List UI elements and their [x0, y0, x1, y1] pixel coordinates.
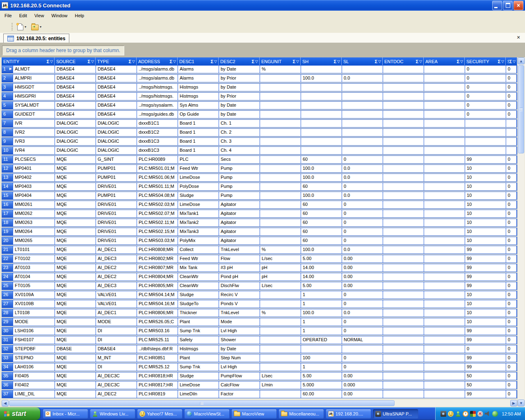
cell-sh[interactable]: 100.0: [301, 174, 342, 181]
cell-entity[interactable]: FT0102: [13, 255, 55, 262]
cell-desc2[interactable]: Pump: [219, 183, 260, 190]
cell-sh[interactable]: 60: [301, 237, 342, 244]
cell-source[interactable]: MQE: [55, 291, 96, 299]
cell-type[interactable]: DI: [96, 327, 137, 335]
start-button[interactable]: start: [0, 407, 40, 420]
cell-engunit[interactable]: [260, 120, 301, 127]
cell-security[interactable]: 10: [465, 201, 506, 208]
column-header-entdoc[interactable]: ENTDOCΣ▽: [383, 57, 424, 65]
cell-source[interactable]: DBASE4: [55, 93, 96, 100]
cell-source[interactable]: MQE: [55, 282, 96, 290]
cell-sh[interactable]: 60: [301, 228, 342, 235]
cell-security[interactable]: 0: [465, 93, 506, 100]
cell-address[interactable]: PLC:MR504.16;M: [137, 300, 178, 308]
row-number-cell[interactable]: 25: [2, 282, 13, 290]
cell-sh[interactable]: [301, 138, 342, 145]
cell-scan[interactable]: 0: [506, 75, 517, 82]
cell-scan[interactable]: 0: [506, 102, 517, 109]
cell-type[interactable]: AI_DEC3: [96, 282, 137, 290]
cell-entity[interactable]: LSH0106: [13, 327, 55, 335]
cell-engunit[interactable]: [260, 75, 301, 82]
cell-sl[interactable]: 0.00: [342, 264, 383, 272]
cell-engunit[interactable]: [260, 390, 301, 398]
cell-desc2[interactable]: Secs: [219, 156, 260, 163]
cell-scan[interactable]: [506, 138, 517, 145]
vertical-scroll-thumb[interactable]: [518, 65, 524, 153]
cell-desc2[interactable]: Lvl High: [219, 363, 260, 371]
cell-engunit[interactable]: [260, 354, 301, 362]
cell-address[interactable]: PLC:HR0802;MR: [137, 255, 178, 262]
cell-scan[interactable]: 0: [506, 300, 517, 308]
horizontal-scroll-thumb[interactable]: [9, 400, 395, 406]
cell-sl[interactable]: [342, 138, 383, 145]
cell-area[interactable]: [424, 120, 465, 127]
cell-source[interactable]: MQE: [55, 174, 96, 181]
cell-sh[interactable]: [301, 66, 342, 73]
cell-desc2[interactable]: CalcFlow: [219, 381, 260, 389]
cell-address[interactable]: PLC:MR525.11: [137, 336, 178, 344]
cell-scan[interactable]: 0: [506, 156, 517, 163]
cell-scan[interactable]: 0: [506, 183, 517, 190]
cell-area[interactable]: [424, 174, 465, 181]
menu-help[interactable]: Help: [71, 12, 88, 19]
close-tab-button[interactable]: ×: [515, 34, 522, 41]
cell-scan[interactable]: 0: [506, 192, 517, 199]
cell-desc2[interactable]: Step Num: [219, 354, 260, 362]
cell-area[interactable]: [424, 327, 465, 335]
cell-sh[interactable]: [301, 129, 342, 136]
cell-type[interactable]: DIALOGIC: [96, 138, 137, 145]
row-number-cell[interactable]: 21: [2, 246, 13, 253]
cell-sl[interactable]: 0.0: [342, 75, 383, 82]
cell-area[interactable]: [424, 345, 465, 353]
cell-entdoc[interactable]: [383, 318, 424, 326]
cell-address[interactable]: PLC:MR502.07;M: [137, 210, 178, 217]
cell-source[interactable]: DBASE4: [55, 111, 96, 118]
cell-type[interactable]: DIALOGIC: [96, 147, 137, 154]
cell-address[interactable]: PLC:MR503.03;M: [137, 237, 178, 244]
cell-sl[interactable]: [342, 147, 383, 154]
cell-desc1[interactable]: CleanWtr: [178, 273, 219, 281]
horizontal-scrollbar[interactable]: ◀ ▶: [2, 400, 517, 406]
cell-engunit[interactable]: [260, 300, 301, 308]
cell-type[interactable]: DRIVE01: [96, 210, 137, 217]
cell-sl[interactable]: 0: [342, 210, 383, 217]
cell-security[interactable]: 10: [465, 183, 506, 190]
cell-desc2[interactable]: Pump: [219, 192, 260, 199]
cell-desc1[interactable]: Sys Alms: [178, 102, 219, 109]
cell-entity[interactable]: MM0263: [13, 219, 55, 226]
cell-engunit[interactable]: [260, 318, 301, 326]
cell-engunit[interactable]: [260, 192, 301, 199]
cell-area[interactable]: [424, 210, 465, 217]
cell-security[interactable]: 99: [465, 327, 506, 335]
cell-address[interactable]: PLC:HR0817;HR: [137, 381, 178, 389]
cell-desc1[interactable]: Board 1: [178, 138, 219, 145]
cell-address[interactable]: ../msgs/guides.db: [137, 111, 178, 118]
cell-desc1[interactable]: Histmsgs: [178, 84, 219, 91]
cell-desc2[interactable]: TnkLevel: [219, 309, 260, 317]
cell-address[interactable]: PLC:HR0819: [137, 390, 178, 398]
cell-desc2[interactable]: Mode: [219, 318, 260, 326]
cell-engunit[interactable]: [260, 111, 301, 118]
cell-sl[interactable]: 0.00: [342, 390, 383, 398]
cell-desc1[interactable]: Plant: [178, 354, 219, 362]
cell-engunit[interactable]: %: [260, 309, 301, 317]
cell-address[interactable]: PLC:MR504.08;M: [137, 192, 178, 199]
cell-source[interactable]: DBASE: [55, 345, 96, 353]
row-number-cell[interactable]: 10: [2, 147, 13, 154]
cell-desc2[interactable]: Pump: [219, 165, 260, 172]
cell-type[interactable]: DRIVE01: [96, 201, 137, 208]
cell-sl[interactable]: 0.0: [342, 309, 383, 317]
row-number-cell[interactable]: 23: [2, 264, 13, 272]
cell-address[interactable]: PLC:HR0818;HR: [137, 372, 178, 380]
cell-sl[interactable]: 0.00: [342, 282, 383, 290]
cell-security[interactable]: 10: [465, 291, 506, 299]
cell-scan[interactable]: 0: [506, 291, 517, 299]
cell-security[interactable]: 99: [465, 363, 506, 371]
cell-area[interactable]: [424, 255, 465, 262]
cell-sl[interactable]: 0.0: [342, 174, 383, 181]
row-number-cell[interactable]: 8: [2, 129, 13, 136]
cell-security[interactable]: 99: [465, 246, 506, 253]
cell-entdoc[interactable]: [383, 291, 424, 299]
cell-entdoc[interactable]: [383, 147, 424, 154]
row-number-cell[interactable]: 16: [2, 201, 13, 208]
